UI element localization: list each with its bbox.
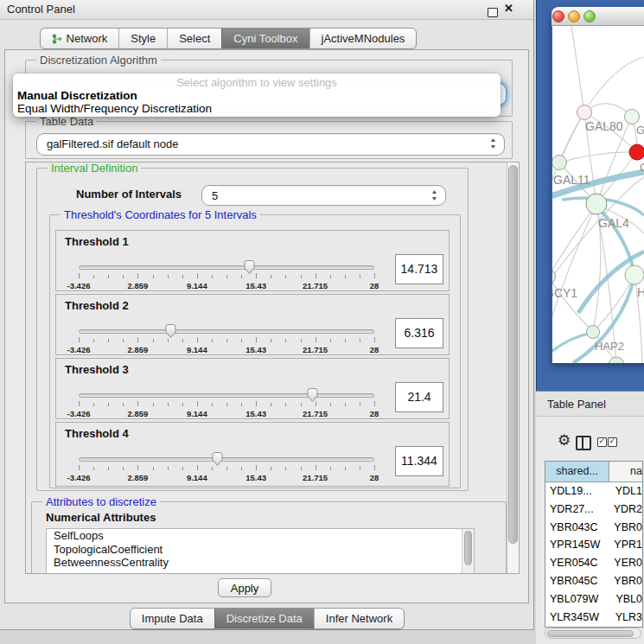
network-node-hap2[interactable] <box>587 326 600 339</box>
table-row[interactable]: YER054CYER0 <box>545 554 642 572</box>
table-row[interactable]: YLR345WYLR3 <box>545 609 642 627</box>
slider-tick <box>153 403 154 406</box>
slider-track[interactable] <box>79 329 374 334</box>
tab-select[interactable]: Select <box>167 29 221 48</box>
network-window-titlebar[interactable] <box>552 7 644 26</box>
algorithm-option-equal-width-frequency-discretization[interactable]: Equal Width/Frequency Discretization <box>13 102 501 115</box>
network-node-gcy1[interactable] <box>552 270 556 284</box>
threshold-slider[interactable]: -3.4262.8599.14415.4321.71528 <box>79 322 374 355</box>
list-scrollbar-thumb[interactable] <box>464 531 472 565</box>
list-scrollbar[interactable] <box>462 529 474 574</box>
zoom-window-icon[interactable] <box>583 10 596 22</box>
table-cell-name: YER0 <box>609 554 642 572</box>
threshold-slider[interactable]: -3.4262.8599.14415.4321.71528 <box>79 386 374 419</box>
table-row[interactable]: YBL079WYBL0 <box>545 590 642 609</box>
slider-tick-label: 21.715 <box>303 281 328 290</box>
minimize-window-icon[interactable] <box>568 10 580 22</box>
tab-infer-network[interactable]: Infer Network <box>314 609 404 628</box>
threshold-value-field[interactable]: 14.713 <box>395 254 443 284</box>
slider-track[interactable] <box>79 265 374 270</box>
slider-track[interactable] <box>79 393 374 398</box>
slider-handle[interactable] <box>163 323 178 339</box>
table-hscrollbar-thumb[interactable] <box>547 630 634 637</box>
table-header-shared[interactable]: shared... <box>545 462 609 481</box>
threshold-value-field[interactable]: 11.344 <box>395 446 443 476</box>
spinner-icon[interactable]: ▲▼ <box>431 188 437 202</box>
slider-handle[interactable] <box>305 387 320 403</box>
network-node-c[interactable] <box>629 144 644 160</box>
tab-label: Style <box>131 32 156 45</box>
tab-network[interactable]: Network <box>41 29 119 48</box>
close-panel-icon[interactable]: ✕ <box>504 2 513 15</box>
num-intervals-combo[interactable]: 5 ▲▼ <box>201 185 446 206</box>
numerical-attributes-list[interactable]: SelfLoopsTopologicalCoefficientBetweenne… <box>46 528 475 574</box>
table-header-name[interactable]: na <box>609 462 642 481</box>
attribute-item-betweennesscentrality[interactable]: BetweennessCentrality <box>47 556 474 570</box>
tab-jactivemnodules[interactable]: jActiveMNodules <box>309 29 417 48</box>
network-node-gal11[interactable] <box>552 156 567 170</box>
check-glyph: ✓ <box>609 437 616 445</box>
attribute-item-selfloops[interactable]: SelfLoops <box>47 529 474 543</box>
slider-tick-label: 9.144 <box>187 345 207 354</box>
table-row[interactable]: YDR27...YDR2 <box>545 501 642 519</box>
table-data-combo[interactable]: galFiltered.sif default node ▲▼ <box>36 133 505 156</box>
close-window-icon[interactable] <box>552 10 564 22</box>
group-title-attributes: Attributes to discretize <box>42 495 160 508</box>
slider-tick-label: -3.426 <box>67 281 91 290</box>
tab-cyni-toolbox[interactable]: Cyni Toolbox <box>221 29 309 48</box>
slider-tick-label: 15.43 <box>245 281 266 290</box>
table-cell-name: YBR0 <box>609 519 642 537</box>
table-row[interactable]: YBR045CYBR0 <box>545 572 642 590</box>
threshold-slider[interactable]: -3.4262.8599.14415.4321.71528 <box>79 258 374 291</box>
threshold-slider[interactable]: -3.4262.8599.14415.4321.71528 <box>79 450 374 483</box>
float-panel-icon[interactable] <box>488 8 498 17</box>
threshold-value-field[interactable]: 6.316 <box>395 318 443 348</box>
table-hscrollbar[interactable] <box>545 628 641 639</box>
attribute-item-topologicalcoefficient[interactable]: TopologicalCoefficient <box>47 543 474 557</box>
network-node-ga[interactable] <box>625 110 640 124</box>
tab-impute-data[interactable]: Impute Data <box>131 609 214 628</box>
table-row[interactable]: YPR145WYPR1 <box>545 536 642 554</box>
slider-tick <box>123 403 124 406</box>
table-row[interactable]: YDL19...YDL1 <box>545 482 642 501</box>
table-panel-titlebar[interactable]: Table Panel <box>536 391 644 417</box>
slider-tick <box>345 275 346 278</box>
slider-tick-label: -3.426 <box>67 473 91 482</box>
control-panel-titlebar[interactable]: Control Panel ✕ <box>0 0 533 20</box>
slider-tick <box>301 467 302 470</box>
network-window[interactable]: GAL80GACGAL11GAL4GCY1HHAP2 <box>552 7 644 363</box>
slider-handle[interactable] <box>210 451 225 467</box>
network-canvas[interactable]: GAL80GACGAL11GAL4GCY1HHAP2 <box>552 26 644 363</box>
tab-label: Select <box>179 32 210 45</box>
tab-discretize-data[interactable]: Discretize Data <box>214 609 314 628</box>
network-node-gal4[interactable] <box>586 194 607 214</box>
algorithm-option-manual-discretization[interactable]: Manual Discretization <box>13 89 501 102</box>
threshold-value-field[interactable]: 21.4 <box>395 382 443 412</box>
slider-tick <box>285 275 286 278</box>
slider-tick <box>108 403 109 406</box>
slider-tick-label: 28 <box>370 281 379 290</box>
num-intervals-value: 5 <box>212 189 218 202</box>
slider-tick-label: 2.859 <box>128 409 149 418</box>
network-node-node-bottom[interactable] <box>609 357 624 363</box>
spinner-icon[interactable]: ▲▼ <box>490 137 496 150</box>
table-cell-name: YPR1 <box>609 536 642 554</box>
num-intervals-label: Number of Intervals <box>76 188 182 201</box>
slider-tick <box>79 337 80 342</box>
tab-style[interactable]: Style <box>118 29 167 48</box>
table-row[interactable]: YBR043CYBR0 <box>545 519 642 537</box>
network-node-gal80[interactable] <box>577 105 592 120</box>
slider-track[interactable] <box>79 457 374 462</box>
main-scrollbar[interactable] <box>507 163 519 573</box>
apply-button[interactable]: Apply <box>218 578 271 597</box>
slider-handle[interactable] <box>242 259 257 275</box>
table-cell-shared: YPR145W <box>545 536 609 554</box>
select-columns-icon[interactable]: ✓ ✓ <box>597 437 617 447</box>
slider-tick <box>301 403 302 406</box>
spinner-up-icon: ▲ <box>430 188 437 195</box>
node-table: shared... na YDL19...YDL1YDR27...YDR2YBR… <box>545 461 643 628</box>
columns-icon[interactable] <box>576 436 591 450</box>
network-node-h[interactable] <box>625 265 644 284</box>
gear-icon[interactable]: ⚙ <box>558 431 571 450</box>
main-scrollbar-thumb[interactable] <box>508 165 518 544</box>
